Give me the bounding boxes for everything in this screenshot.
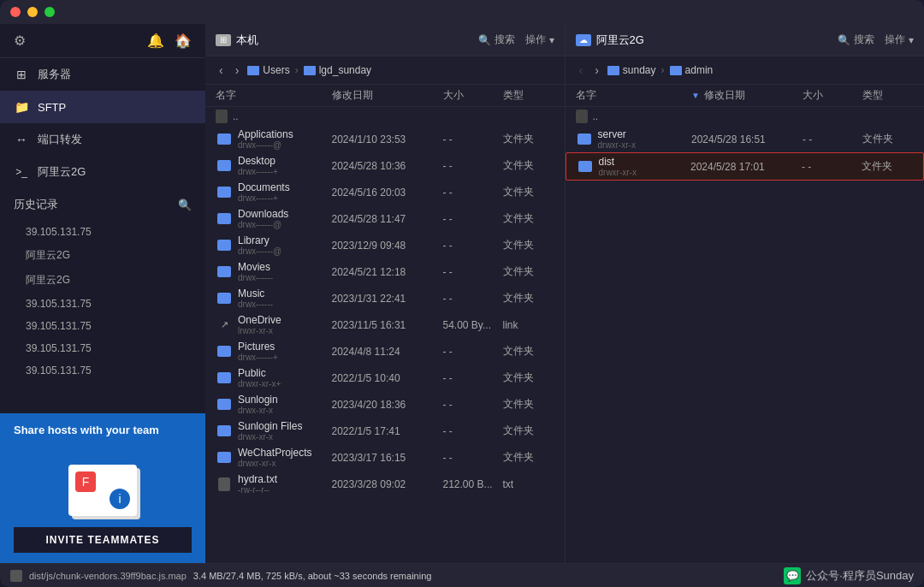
history-search-icon[interactable]: 🔍 xyxy=(178,199,192,211)
search-icon: 🔍 xyxy=(478,34,491,46)
remote-file-row-dist[interactable]: dist drwxr-xr-x 2024/5/28 17:01 - - 文件夹 xyxy=(566,152,925,181)
file-name-cell: dist drwxr-xr-x xyxy=(599,156,691,177)
history-header: 历史记录 🔍 xyxy=(0,188,205,221)
local-dotdot-row[interactable]: .. xyxy=(205,107,565,126)
main-layout: ⚙ 🔔 🏠 ⊞ 服务器 📁 SFTP ↔ 端口转发 xyxy=(0,24,924,563)
file-icon xyxy=(10,570,22,582)
folder-icon xyxy=(216,133,233,146)
folder-icon xyxy=(216,398,233,412)
sidebar-item-port-forward[interactable]: ↔ 端口转发 xyxy=(0,123,205,156)
sidebar-item-label: 服务器 xyxy=(38,67,71,82)
remote-panel-title-text: 阿里云2G xyxy=(596,33,644,48)
local-file-row-wechat[interactable]: WeChatProjects drwxr-xr-x 2023/3/17 16:1… xyxy=(205,444,565,471)
remote-file-row-server[interactable]: server drwxr-xr-x 2024/5/28 16:51 - - 文件… xyxy=(566,126,925,152)
breadcrumb-back[interactable]: ‹ xyxy=(576,62,587,79)
breadcrumb-forward[interactable]: › xyxy=(591,62,602,79)
remote-search-button[interactable]: 🔍 搜索 xyxy=(838,33,874,47)
local-panel-actions: 🔍 搜索 操作 ▾ xyxy=(478,33,554,47)
remote-panel: ☁ 阿里云2G 🔍 搜索 操作 ▾ xyxy=(565,24,925,563)
watermark-text: 公众号·程序员Sunday xyxy=(806,568,914,584)
file-name-cell: Documents drwx------+ xyxy=(238,181,332,203)
local-file-row-movies[interactable]: Movies drwx------ 2024/5/21 12:18 - - 文件… xyxy=(205,258,565,285)
watermark: 💬 公众号·程序员Sunday xyxy=(784,567,914,584)
minimize-button[interactable] xyxy=(27,7,38,17)
local-action-button[interactable]: 操作 ▾ xyxy=(525,33,554,47)
folder-icon xyxy=(216,345,233,359)
close-button[interactable] xyxy=(10,7,21,17)
local-search-button[interactable]: 🔍 搜索 xyxy=(478,33,515,47)
local-file-row-library[interactable]: Library drwx------@ 2023/12/9 09:48 - - … xyxy=(205,232,565,258)
local-file-row-public[interactable]: Public drwxr-xr-x+ 2022/1/5 10:40 - - 文件… xyxy=(205,365,565,391)
remote-panel-title: ☁ 阿里云2G xyxy=(576,33,644,48)
local-panel-title: ⊞ 本机 xyxy=(216,33,258,48)
breadcrumb-forward[interactable]: › xyxy=(232,62,243,79)
history-item-0[interactable]: 39.105.131.75 xyxy=(0,221,205,243)
folder-icon xyxy=(216,265,233,279)
history-item-6[interactable]: 39.105.131.75 xyxy=(0,359,205,382)
remote-panel-actions: 🔍 搜索 操作 ▾ xyxy=(838,33,914,47)
remote-action-button[interactable]: 操作 ▾ xyxy=(885,33,914,47)
local-file-row-sunlogin[interactable]: Sunlogin drwx-xr-x 2023/4/20 18:36 - - 文… xyxy=(205,391,565,418)
breadcrumb-item-users[interactable]: Users xyxy=(247,64,289,76)
local-file-row-music[interactable]: Music drwx------ 2023/1/31 22:41 - - 文件夹 xyxy=(205,285,565,311)
remote-dotdot-row[interactable]: .. xyxy=(566,107,925,126)
folder-icon xyxy=(216,212,233,226)
status-bar: dist/js/chunk-vendors.39ff9bac.js.map 3.… xyxy=(0,563,924,587)
local-file-row-documents[interactable]: Documents drwx------+ 2024/5/16 20:03 - … xyxy=(205,179,565,205)
file-name-cell: OneDrive lrwxr-xr-x xyxy=(238,314,332,335)
file-icon xyxy=(576,110,588,123)
sidebar-item-label: 阿里云2G xyxy=(38,164,86,180)
local-file-row-applications[interactable]: Applications drwx------@ 2024/1/10 23:53… xyxy=(205,126,565,152)
local-file-row-desktop[interactable]: Desktop drwx------+ 2024/5/28 10:36 - - … xyxy=(205,152,565,179)
file-name-cell: Applications drwx------@ xyxy=(238,128,332,150)
folder-icon xyxy=(576,133,593,146)
local-breadcrumb: ‹ › Users › lgd_sunday xyxy=(205,56,565,85)
col-size-header: 大小 xyxy=(803,88,862,103)
bell-icon[interactable]: 🔔 xyxy=(147,33,164,49)
folder-icon xyxy=(670,66,682,75)
history-item-4[interactable]: 39.105.131.75 xyxy=(0,315,205,337)
home-icon[interactable]: 🏠 xyxy=(175,33,192,49)
maximize-button[interactable] xyxy=(44,7,55,17)
local-file-row-sunlogin-files[interactable]: Sunlogin Files drwx-xr-x 2022/1/5 17:41 … xyxy=(205,418,565,444)
remote-breadcrumb: ‹ › sunday › admin xyxy=(566,56,925,85)
local-file-list-header: 名字 修改日期 大小 类型 xyxy=(205,85,565,107)
local-panel-title-text: 本机 xyxy=(236,33,258,48)
invite-teammates-button[interactable]: INVITE TEAMMATES xyxy=(14,527,192,553)
breadcrumb-back[interactable]: ‹ xyxy=(216,62,227,79)
breadcrumb-item-lgd[interactable]: lgd_sunday xyxy=(304,64,371,76)
sidebar: ⚙ 🔔 🏠 ⊞ 服务器 📁 SFTP ↔ 端口转发 xyxy=(0,24,205,563)
breadcrumb-item-admin[interactable]: admin xyxy=(670,64,714,76)
title-bar xyxy=(0,0,924,24)
col-date-header: 修改日期 xyxy=(332,88,443,103)
local-file-row-pictures[interactable]: Pictures drwx------+ 2024/4/8 11:24 - - … xyxy=(205,338,565,365)
sidebar-item-alibaba[interactable]: >_ 阿里云2G xyxy=(0,156,205,188)
history-item-3[interactable]: 39.105.131.75 xyxy=(0,293,205,315)
folder-icon xyxy=(577,160,594,174)
local-file-row-hydra[interactable]: hydra.txt -rw-r--r-- 2023/3/28 09:02 212… xyxy=(205,471,565,497)
col-size-header: 大小 xyxy=(443,88,503,103)
col-type-header: 类型 xyxy=(503,88,554,103)
breadcrumb-item-sunday[interactable]: sunday xyxy=(607,64,656,76)
local-panel-header: ⊞ 本机 🔍 搜索 操作 ▾ xyxy=(205,24,565,56)
local-file-row-downloads[interactable]: Downloads drwx------@ 2024/5/28 11:47 - … xyxy=(205,205,565,232)
sidebar-item-sftp[interactable]: 📁 SFTP xyxy=(0,91,205,123)
file-name-cell: Library drwx------@ xyxy=(238,234,332,256)
folder-icon xyxy=(607,66,619,75)
history-label: 历史记录 xyxy=(14,197,58,212)
history-item-2[interactable]: 阿里云2G xyxy=(0,268,205,293)
file-name-cell: Movies drwx------ xyxy=(238,261,332,282)
settings-icon[interactable]: ⚙ xyxy=(14,33,26,49)
app-window: ⚙ 🔔 🏠 ⊞ 服务器 📁 SFTP ↔ 端口转发 xyxy=(0,0,924,587)
history-item-1[interactable]: 阿里云2G xyxy=(0,243,205,268)
search-icon: 🔍 xyxy=(838,34,850,46)
sidebar-item-servers[interactable]: ⊞ 服务器 xyxy=(0,58,205,91)
folder-icon xyxy=(216,292,233,305)
history-item-5[interactable]: 39.105.131.75 xyxy=(0,337,205,359)
col-name-header: 名字 xyxy=(216,88,332,103)
local-file-row-onedrive[interactable]: ↗ OneDrive lrwxr-xr-x 2023/11/5 16:31 54… xyxy=(205,311,565,338)
col-name-header: 名字 xyxy=(576,88,692,103)
file-name-cell: Desktop drwx------+ xyxy=(238,155,332,176)
file-name-cell: WeChatProjects drwxr-xr-x xyxy=(238,447,332,468)
folder-icon xyxy=(216,371,233,385)
